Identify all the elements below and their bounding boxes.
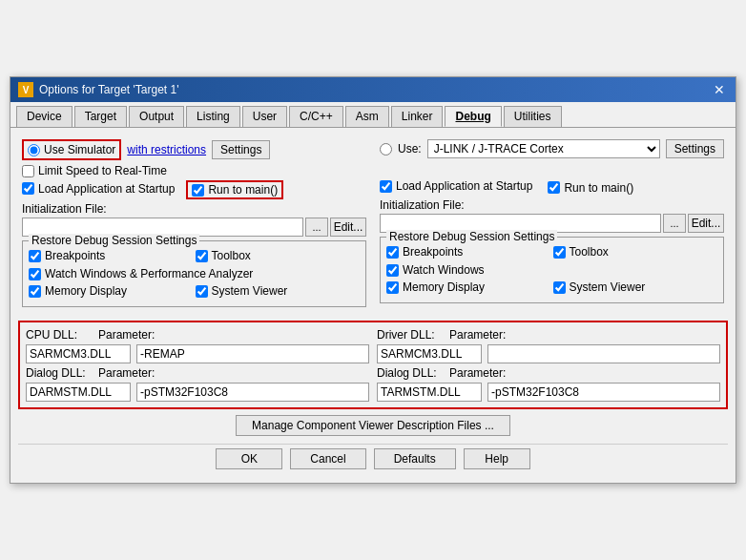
limit-speed-label: Limit Speed to Real-Time — [38, 164, 167, 177]
restore-right-checks: Breakpoints Toolbox — [386, 245, 717, 261]
tabs-bar: Device Target Output Listing User C/C++ … — [10, 102, 736, 128]
limit-speed-checkbox[interactable] — [22, 165, 34, 177]
left-cpu-param-label: Parameter: — [98, 328, 155, 342]
use-label: Use: — [398, 142, 422, 156]
cancel-button[interactable]: Cancel — [290, 448, 365, 469]
tab-debug[interactable]: Debug — [445, 106, 501, 127]
load-app-left-label: Load Application at Startup — [38, 182, 175, 196]
right-driver-dll-row: Driver DLL: Parameter: — [377, 328, 720, 342]
load-app-right-checkbox[interactable] — [380, 180, 392, 193]
toolbox-right-checkbox[interactable] — [553, 246, 566, 259]
left-cpu-param-input[interactable] — [136, 344, 369, 363]
restore-right-title: Restore Debug Session Settings — [386, 230, 557, 243]
breakpoints-right-label: Breakpoints — [403, 245, 463, 259]
right-dialog-dll-input[interactable] — [377, 383, 482, 402]
run-to-main-right-checkbox[interactable] — [548, 181, 560, 194]
ok-button[interactable]: OK — [216, 448, 282, 469]
left-dialog-param-input[interactable] — [136, 383, 369, 402]
system-viewer-left-label: System Viewer — [212, 284, 288, 298]
left-settings-button[interactable]: Settings — [212, 140, 270, 159]
system-viewer-left-checkbox[interactable] — [196, 285, 208, 298]
system-viewer-right-checkbox[interactable] — [553, 281, 566, 294]
left-panel: Use Simulator with restrictions Settings… — [18, 135, 370, 315]
run-to-main-left-label: Run to main() — [208, 183, 278, 197]
title-bar-left: V Options for Target 'Target 1' — [18, 82, 178, 97]
bottom-buttons: OK Cancel Defaults Help — [18, 444, 728, 475]
tab-linker[interactable]: Linker — [391, 106, 444, 127]
watch-windows-right-checkbox[interactable] — [386, 264, 399, 277]
defaults-button[interactable]: Defaults — [374, 448, 456, 469]
tab-listing[interactable]: Listing — [186, 106, 240, 127]
memory-display-right-row: Memory Display System Viewer — [386, 280, 717, 297]
use-simulator-label: Use Simulator — [44, 143, 115, 156]
left-cpu-dll-label: CPU DLL: — [26, 328, 93, 342]
right-dialog-param-label: Parameter: — [449, 366, 506, 380]
toolbox-right-label: Toolbox — [570, 245, 609, 259]
right-driver-param-input[interactable] — [487, 344, 720, 363]
right-driver-values-row — [377, 344, 720, 363]
tab-cpp[interactable]: C/C++ — [289, 106, 343, 127]
right-driver-dll-label: Driver DLL: — [377, 328, 444, 342]
tab-utilities[interactable]: Utilities — [504, 106, 562, 127]
memory-display-right-label: Memory Display — [403, 280, 485, 294]
right-driver-param-label: Parameter: — [449, 328, 506, 342]
tab-user[interactable]: User — [242, 106, 287, 127]
right-driver-dll-input[interactable] — [377, 344, 482, 363]
load-app-left-checkbox[interactable] — [22, 182, 34, 195]
with-restrictions-link[interactable]: with restrictions — [127, 143, 206, 156]
breakpoints-right-checkbox[interactable] — [386, 246, 399, 259]
close-button[interactable]: ✕ — [711, 81, 728, 98]
left-cpu-dll-row: CPU DLL: Parameter: — [26, 328, 369, 342]
memory-display-right: Memory Display — [386, 280, 551, 294]
manage-btn-row: Manage Component Viewer Description File… — [18, 415, 728, 436]
init-file-right-row: Initialization File: ... Edit... — [380, 198, 724, 233]
memory-display-left-checkbox[interactable] — [29, 285, 41, 298]
breakpoints-left-row: Breakpoints — [29, 249, 194, 262]
use-simulator-group: Use Simulator — [22, 139, 121, 160]
left-dll-col: CPU DLL: Parameter: Dialog DLL: Paramete… — [26, 328, 369, 402]
toolbox-left-checkbox[interactable] — [196, 250, 208, 262]
right-settings-button[interactable]: Settings — [666, 139, 724, 158]
use-simulator-radio[interactable] — [28, 144, 40, 156]
init-file-left-row: Initialization File: ... Edit... — [22, 202, 366, 237]
toolbox-left-label: Toolbox — [212, 249, 251, 262]
help-button[interactable]: Help — [464, 448, 530, 469]
system-viewer-left-row: System Viewer — [196, 284, 361, 298]
limit-speed-row: Limit Speed to Real-Time — [22, 164, 366, 177]
right-dialog-dll-label: Dialog DLL: — [377, 366, 444, 380]
init-file-left-label: Initialization File: — [22, 202, 366, 216]
tab-target[interactable]: Target — [74, 106, 127, 127]
init-file-left-edit[interactable]: Edit... — [330, 218, 366, 237]
tab-asm[interactable]: Asm — [345, 106, 389, 127]
memory-display-right-checkbox[interactable] — [386, 281, 399, 294]
tab-device[interactable]: Device — [16, 106, 73, 127]
toolbox-left-row: Toolbox — [196, 249, 361, 262]
breakpoints-right-row: Breakpoints — [386, 245, 551, 259]
right-dialog-param-input[interactable] — [487, 383, 720, 402]
dialog-title: Options for Target 'Target 1' — [39, 83, 178, 96]
main-dialog: V Options for Target 'Target 1' ✕ Device… — [10, 76, 736, 484]
run-to-main-left-checkbox[interactable] — [192, 184, 204, 197]
system-viewer-right-row: System Viewer — [553, 280, 718, 294]
init-file-right-ellipsis[interactable]: ... — [663, 214, 686, 233]
simulator-row: Use Simulator with restrictions Settings — [22, 139, 366, 160]
load-app-right-row: Load Application at Startup — [380, 179, 532, 193]
driver-dropdown[interactable]: J-LINK / J-TRACE Cortex — [427, 139, 660, 158]
init-file-left-ellipsis[interactable]: ... — [305, 218, 328, 237]
use-driver-radio[interactable] — [380, 143, 392, 156]
init-file-right-label: Initialization File: — [380, 198, 724, 212]
load-app-left-row: Load Application at Startup — [22, 182, 175, 196]
tab-output[interactable]: Output — [129, 106, 184, 127]
watch-windows-left-label: Watch Windows & Performance Analyzer — [45, 267, 253, 280]
watch-windows-right-label: Watch Windows — [403, 263, 485, 277]
manage-component-button[interactable]: Manage Component Viewer Description File… — [236, 415, 510, 436]
restore-left-title: Restore Debug Session Settings — [29, 234, 199, 247]
left-dialog-dll-row: Dialog DLL: Parameter: — [26, 366, 369, 380]
left-cpu-dll-input[interactable] — [26, 344, 131, 363]
left-dialog-dll-input[interactable] — [26, 383, 131, 402]
title-bar: V Options for Target 'Target 1' ✕ — [10, 77, 736, 102]
init-file-right-edit[interactable]: Edit... — [688, 214, 724, 233]
watch-windows-left-checkbox[interactable] — [29, 268, 41, 280]
memory-display-left-label: Memory Display — [45, 284, 127, 298]
breakpoints-left-checkbox[interactable] — [29, 250, 41, 262]
